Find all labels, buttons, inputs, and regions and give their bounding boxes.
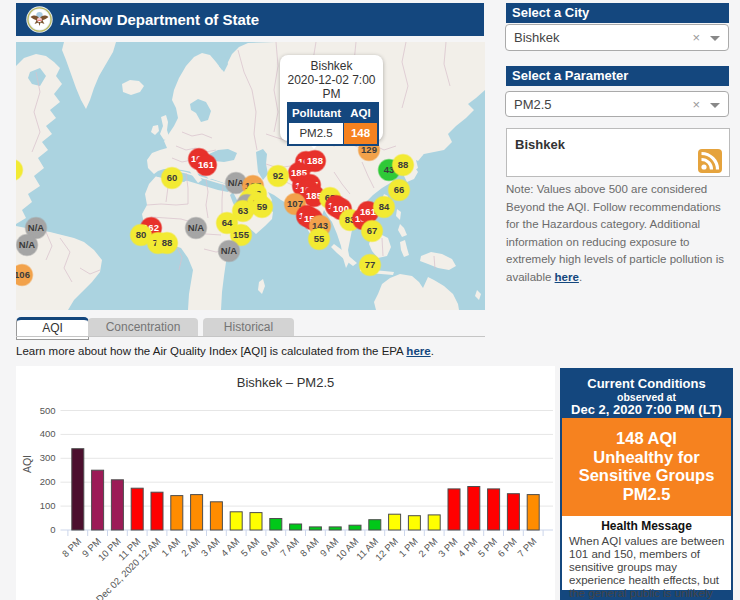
- svg-text:60: 60: [167, 172, 178, 183]
- svg-text:106: 106: [16, 269, 30, 280]
- svg-text:5 PM: 5 PM: [476, 536, 500, 560]
- svg-text:3 PM: 3 PM: [436, 536, 460, 560]
- svg-text:4 PM: 4 PM: [456, 536, 480, 560]
- svg-text:88: 88: [398, 159, 409, 170]
- svg-text:8 PM: 8 PM: [60, 536, 84, 560]
- svg-text:80: 80: [136, 229, 147, 240]
- svg-text:55: 55: [314, 233, 325, 244]
- svg-text:0: 0: [50, 524, 55, 535]
- svg-text:N/A: N/A: [28, 222, 45, 233]
- svg-text:64: 64: [222, 217, 233, 228]
- svg-text:155: 155: [233, 229, 250, 240]
- svg-text:188: 188: [307, 155, 323, 166]
- svg-text:200: 200: [40, 476, 56, 487]
- svg-text:300: 300: [40, 452, 56, 463]
- svg-text:1 PM: 1 PM: [396, 536, 420, 560]
- svg-text:10 AM: 10 AM: [334, 536, 361, 563]
- svg-text:77: 77: [365, 259, 376, 270]
- svg-text:2 PM: 2 PM: [416, 536, 440, 560]
- svg-text:N/A: N/A: [221, 245, 238, 256]
- svg-text:7 PM: 7 PM: [515, 536, 539, 560]
- svg-text:4 AM: 4 AM: [219, 536, 242, 559]
- svg-text:N/A: N/A: [188, 222, 205, 233]
- svg-text:6 PM: 6 PM: [495, 536, 519, 560]
- svg-text:500: 500: [40, 405, 56, 416]
- svg-text:161: 161: [198, 159, 215, 170]
- svg-text:8 AM: 8 AM: [298, 536, 321, 559]
- svg-text:100: 100: [40, 500, 56, 511]
- svg-text:N/A: N/A: [19, 239, 36, 250]
- svg-text:67: 67: [367, 225, 378, 236]
- svg-text:59: 59: [257, 201, 268, 212]
- svg-text:2 AM: 2 AM: [179, 536, 202, 559]
- svg-text:400: 400: [40, 428, 56, 439]
- svg-text:6 AM: 6 AM: [258, 536, 281, 559]
- svg-text:1 AM: 1 AM: [159, 536, 182, 559]
- svg-text:AQI: AQI: [21, 455, 33, 473]
- svg-text:3 AM: 3 AM: [199, 536, 222, 559]
- svg-text:12 PM: 12 PM: [373, 536, 400, 563]
- svg-text:66: 66: [394, 184, 405, 195]
- svg-text:5 AM: 5 AM: [238, 536, 261, 559]
- svg-text:7 AM: 7 AM: [278, 536, 301, 559]
- svg-text:63: 63: [238, 205, 249, 216]
- svg-text:84: 84: [379, 201, 390, 212]
- svg-text:92: 92: [273, 170, 284, 181]
- svg-text:88: 88: [162, 237, 173, 248]
